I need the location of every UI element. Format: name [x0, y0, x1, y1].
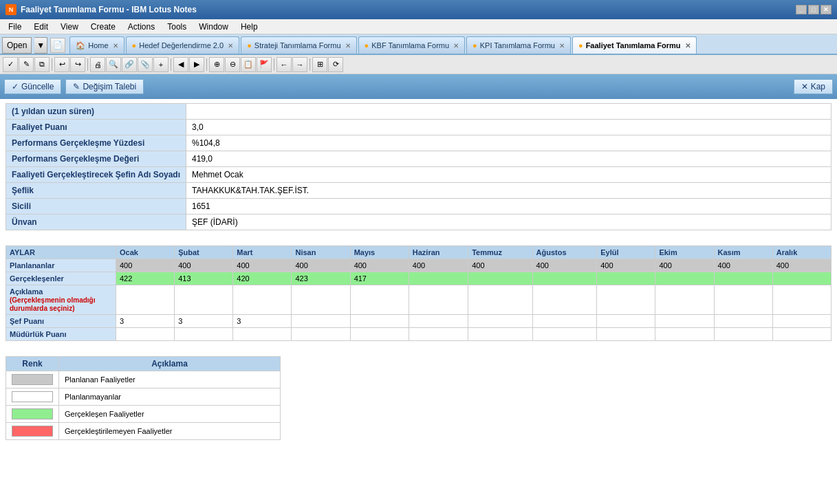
- monthly-cell-r2-c9[interactable]: [655, 285, 714, 315]
- monthly-cell-r3-c3[interactable]: [292, 315, 350, 328]
- menu-actions[interactable]: Actions: [122, 21, 160, 33]
- monthly-cell-r2-c0[interactable]: [116, 285, 175, 315]
- toolbar-flag[interactable]: 🚩: [257, 57, 272, 72]
- toolbar-undo[interactable]: ↩: [54, 57, 69, 72]
- monthly-cell-r3-c6[interactable]: [468, 315, 532, 328]
- monthly-cell-r2-c11[interactable]: [772, 285, 831, 315]
- tab-kpi[interactable]: ● KPI Tanımlama Formu ✕: [466, 36, 571, 54]
- monthly-cell-r3-c1[interactable]: 3: [175, 315, 233, 328]
- monthly-cell-r4-c6[interactable]: [468, 328, 532, 341]
- monthly-cell-r2-c1[interactable]: [175, 285, 233, 315]
- menu-help[interactable]: Help: [235, 21, 263, 33]
- monthly-cell-r3-c7[interactable]: [532, 315, 597, 328]
- monthly-cell-r1-c11[interactable]: [772, 272, 831, 285]
- toolbar-move-right[interactable]: →: [292, 57, 307, 72]
- monthly-cell-r4-c4[interactable]: [350, 328, 409, 341]
- tab-hedef[interactable]: ● Hedef Değerlendirme 2.0 ✕: [126, 36, 240, 54]
- monthly-cell-r3-c9[interactable]: [655, 315, 714, 328]
- toolbar-copy[interactable]: ⧉: [34, 57, 50, 72]
- monthly-cell-r2-c6[interactable]: [468, 285, 532, 315]
- monthly-cell-r1-c2[interactable]: 420: [233, 272, 292, 285]
- tab-faaliyet[interactable]: ● Faaliyet Tanımlama Formu ✕: [572, 36, 697, 54]
- toolbar-find[interactable]: 🔍: [106, 57, 121, 72]
- monthly-cell-r2-c7[interactable]: [532, 285, 597, 315]
- tab-kbf-close[interactable]: ✕: [453, 42, 459, 50]
- monthly-cell-r2-c10[interactable]: [714, 285, 772, 315]
- tab-kpi-close[interactable]: ✕: [559, 42, 565, 50]
- tab-home[interactable]: 🏠 Home ✕: [69, 36, 124, 54]
- toolbar-attach[interactable]: 📎: [138, 57, 153, 72]
- toolbar-right[interactable]: ▶: [189, 57, 204, 72]
- monthly-cell-r0-c6[interactable]: 400: [468, 259, 532, 272]
- toolbar-zoom-in[interactable]: ⊕: [209, 57, 224, 72]
- monthly-cell-r4-c8[interactable]: [597, 328, 655, 341]
- maximize-button[interactable]: □: [808, 5, 819, 14]
- toolbar-redo[interactable]: ↪: [70, 57, 85, 72]
- menu-tools[interactable]: Tools: [162, 21, 192, 33]
- tab-faaliyet-close[interactable]: ✕: [685, 42, 691, 50]
- monthly-cell-r0-c1[interactable]: 400: [175, 259, 233, 272]
- menu-edit[interactable]: Edit: [28, 21, 54, 33]
- toolbar-link[interactable]: 🔗: [122, 57, 137, 72]
- toolbar-plus[interactable]: +: [153, 57, 169, 72]
- monthly-cell-r0-c11[interactable]: 400: [772, 259, 831, 272]
- monthly-cell-r3-c10[interactable]: [714, 315, 772, 328]
- monthly-cell-r4-c1[interactable]: [175, 328, 233, 341]
- toolbar-move-left[interactable]: ←: [276, 57, 292, 72]
- monthly-cell-r1-c10[interactable]: [714, 272, 772, 285]
- close-window-button[interactable]: ✕: [820, 5, 831, 14]
- monthly-cell-r0-c9[interactable]: 400: [655, 259, 714, 272]
- monthly-cell-r1-c7[interactable]: [532, 272, 597, 285]
- toolbar-new[interactable]: 📄: [50, 38, 65, 53]
- open-button-arrow[interactable]: ▼: [34, 37, 47, 54]
- monthly-cell-r4-c3[interactable]: [292, 328, 350, 341]
- monthly-cell-r2-c4[interactable]: [350, 285, 409, 315]
- monthly-cell-r4-c9[interactable]: [655, 328, 714, 341]
- toolbar-print[interactable]: 🖨: [90, 57, 105, 72]
- monthly-cell-r4-c10[interactable]: [714, 328, 772, 341]
- monthly-cell-r2-c3[interactable]: [292, 285, 350, 315]
- monthly-cell-r2-c5[interactable]: [409, 285, 468, 315]
- minimize-button[interactable]: _: [796, 5, 807, 14]
- toolbar-zoom-out[interactable]: ⊖: [225, 57, 240, 72]
- monthly-cell-r4-c5[interactable]: [409, 328, 468, 341]
- monthly-cell-r1-c4[interactable]: 417: [350, 272, 409, 285]
- monthly-cell-r0-c5[interactable]: 400: [409, 259, 468, 272]
- monthly-cell-r2-c8[interactable]: [597, 285, 655, 315]
- monthly-cell-r0-c7[interactable]: 400: [532, 259, 597, 272]
- monthly-cell-r3-c2[interactable]: 3: [233, 315, 292, 328]
- monthly-cell-r1-c8[interactable]: [597, 272, 655, 285]
- menu-window[interactable]: Window: [193, 21, 234, 33]
- monthly-cell-r1-c1[interactable]: 413: [175, 272, 233, 285]
- monthly-cell-r0-c0[interactable]: 400: [116, 259, 175, 272]
- monthly-cell-r3-c0[interactable]: 3: [116, 315, 175, 328]
- menu-view[interactable]: View: [55, 21, 84, 33]
- tab-strateji[interactable]: ● Strateji Tanımlama Formu ✕: [241, 36, 356, 54]
- tab-strateji-close[interactable]: ✕: [345, 42, 351, 50]
- toolbar-check[interactable]: ✓: [3, 57, 18, 72]
- kap-button[interactable]: ✕ Kap: [794, 79, 833, 94]
- window-controls[interactable]: _ □ ✕: [796, 5, 831, 14]
- monthly-cell-r3-c5[interactable]: [409, 315, 468, 328]
- monthly-cell-r2-c2[interactable]: [233, 285, 292, 315]
- tab-home-close[interactable]: ✕: [113, 42, 118, 50]
- tab-kbf[interactable]: ● KBF Tanımlama Formu ✕: [358, 36, 466, 54]
- monthly-cell-r3-c8[interactable]: [597, 315, 655, 328]
- menu-file[interactable]: File: [3, 21, 27, 33]
- monthly-cell-r3-c4[interactable]: [350, 315, 409, 328]
- toolbar-refresh[interactable]: ⟳: [328, 57, 343, 72]
- monthly-cell-r4-c11[interactable]: [772, 328, 831, 341]
- monthly-cell-r0-c10[interactable]: 400: [714, 259, 772, 272]
- monthly-cell-r0-c2[interactable]: 400: [233, 259, 292, 272]
- monthly-cell-r1-c0[interactable]: 422: [116, 272, 175, 285]
- open-button[interactable]: Open: [2, 37, 32, 54]
- monthly-cell-r3-c11[interactable]: [772, 315, 831, 328]
- monthly-cell-r4-c7[interactable]: [532, 328, 597, 341]
- monthly-cell-r1-c5[interactable]: [409, 272, 468, 285]
- guncelle-button[interactable]: ✓ Güncelle: [4, 79, 61, 94]
- monthly-cell-r1-c3[interactable]: 423: [292, 272, 350, 285]
- toolbar-grid[interactable]: ⊞: [312, 57, 327, 72]
- toolbar-left[interactable]: ◀: [173, 57, 188, 72]
- menu-create[interactable]: Create: [85, 21, 121, 33]
- toolbar-edit[interactable]: ✎: [19, 57, 34, 72]
